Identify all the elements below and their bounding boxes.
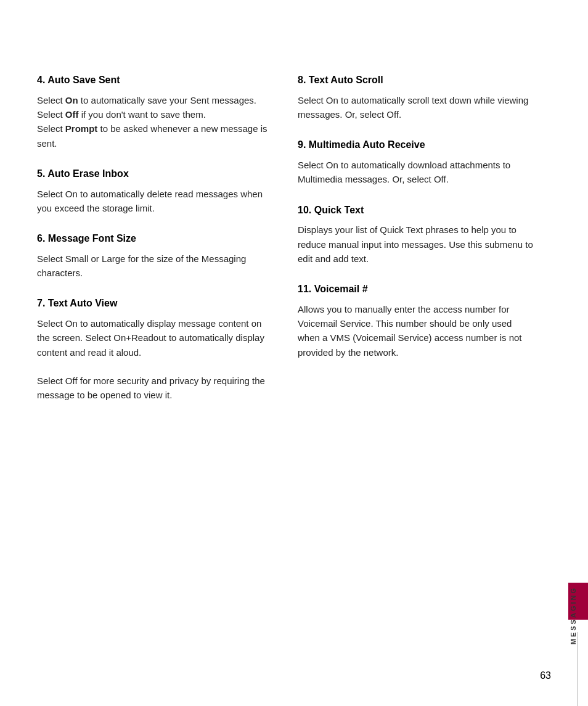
keyword-on: On	[65, 95, 78, 105]
section-9: 9. Multimedia Auto Receive Select On to …	[298, 139, 534, 186]
section-4: 4. Auto Save Sent Select On to automatic…	[37, 74, 273, 150]
sidebar: MESSAGING	[558, 0, 588, 706]
section-9-title: 9. Multimedia Auto Receive	[298, 139, 534, 152]
section-6-title: 6. Message Font Size	[37, 232, 273, 245]
section-7-body: Select On to automatically display messa…	[37, 316, 273, 403]
section-4-title: 4. Auto Save Sent	[37, 74, 273, 87]
section-10-body: Displays your list of Quick Text phrases…	[298, 223, 534, 266]
section-4-body: Select On to automatically save your Sen…	[37, 93, 273, 150]
section-5-body: Select On to automatically delete read m…	[37, 187, 273, 216]
section-7: 7. Text Auto View Select On to automatic…	[37, 297, 273, 402]
section-10-title: 10. Quick Text	[298, 204, 534, 217]
section-6: 6. Message Font Size Select Small or Lar…	[37, 232, 273, 280]
section-11-title: 11. Voicemail #	[298, 283, 534, 296]
section-5: 5. Auto Erase Inbox Select On to automat…	[37, 168, 273, 215]
sidebar-line	[578, 632, 578, 706]
section-6-body: Select Small or Large for the size of th…	[37, 252, 273, 281]
section-8: 8. Text Auto Scroll Select On to automat…	[298, 74, 534, 121]
section-9-body: Select On to automatically download atta…	[298, 158, 534, 187]
section-8-body: Select On to automatically scroll text d…	[298, 93, 534, 122]
section-5-title: 5. Auto Erase Inbox	[37, 168, 273, 181]
section-8-title: 8. Text Auto Scroll	[298, 74, 534, 87]
left-column: 4. Auto Save Sent Select On to automatic…	[37, 74, 273, 420]
keyword-prompt: Prompt	[65, 123, 98, 134]
section-10: 10. Quick Text Displays your list of Qui…	[298, 204, 534, 266]
keyword-off: Off	[65, 109, 79, 120]
section-7-title: 7. Text Auto View	[37, 297, 273, 310]
page-container: 4. Auto Save Sent Select On to automatic…	[0, 0, 588, 706]
sidebar-label: MESSAGING	[570, 586, 577, 644]
section-11-body: Allows you to manually enter the access …	[298, 302, 534, 359]
section-11: 11. Voicemail # Allows you to manually e…	[298, 283, 534, 359]
main-content: 4. Auto Save Sent Select On to automatic…	[0, 0, 558, 706]
right-column: 8. Text Auto Scroll Select On to automat…	[298, 74, 534, 420]
page-number: 63	[540, 670, 551, 681]
